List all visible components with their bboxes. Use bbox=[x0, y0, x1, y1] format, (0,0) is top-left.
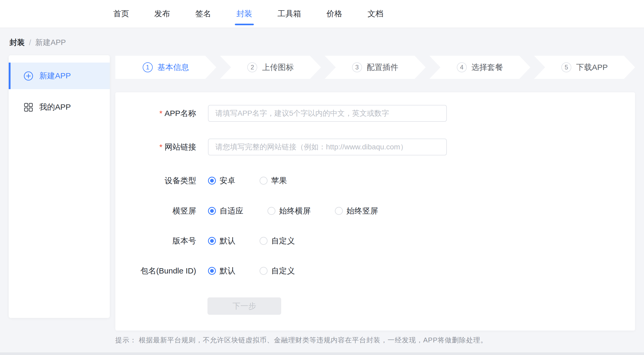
form-row-app-name: *APP名称 bbox=[115, 105, 635, 122]
required-mark: * bbox=[159, 109, 162, 118]
breadcrumb-separator: / bbox=[29, 38, 31, 47]
breadcrumb-root[interactable]: 封装 bbox=[9, 37, 25, 48]
radio-ios[interactable]: 苹果 bbox=[260, 175, 287, 186]
field-label: 横竖屏 bbox=[115, 206, 196, 216]
form-row-site-url: *网站链接 bbox=[115, 139, 635, 155]
step-number-badge: 2 bbox=[247, 62, 257, 72]
form-row-device-type: 设备类型 安卓 苹果 bbox=[115, 173, 635, 189]
form-row-version: 版本号 默认 自定义 bbox=[115, 233, 635, 249]
footer-strip bbox=[0, 352, 644, 355]
radio-label: 默认 bbox=[220, 236, 235, 246]
field-label: *APP名称 bbox=[115, 108, 196, 119]
site-url-input[interactable] bbox=[208, 139, 447, 155]
nav-item-price[interactable]: 价格 bbox=[326, 0, 342, 28]
radio-bundle-default[interactable]: 默认 bbox=[208, 266, 235, 276]
field-label: 版本号 bbox=[115, 236, 196, 246]
step-label: 基本信息 bbox=[157, 62, 189, 73]
step-download-app: 5 下载APP bbox=[534, 56, 635, 79]
field-label: 设备类型 bbox=[115, 175, 196, 186]
grid-icon bbox=[23, 102, 33, 112]
step-choose-plan: 4 选择套餐 bbox=[429, 56, 531, 79]
sidebar-item-label: 我的APP bbox=[39, 102, 71, 113]
radio-label: 自定义 bbox=[271, 266, 295, 276]
radio-selected-icon[interactable] bbox=[208, 237, 216, 245]
step-label: 配置插件 bbox=[367, 62, 398, 73]
radio-label: 自定义 bbox=[271, 236, 295, 246]
nav-item-publish[interactable]: 发布 bbox=[154, 0, 170, 28]
step-basic-info: 1 基本信息 bbox=[115, 56, 216, 79]
breadcrumb-current: 新建APP bbox=[35, 37, 66, 48]
radio-unselected-icon[interactable] bbox=[260, 267, 267, 275]
radio-label: 默认 bbox=[220, 266, 235, 276]
step-label: 上传图标 bbox=[262, 62, 294, 73]
radio-always-portrait[interactable]: 始终竖屏 bbox=[335, 206, 378, 216]
sidebar-item-label: 新建APP bbox=[39, 70, 71, 81]
field-label: *网站链接 bbox=[115, 142, 196, 153]
form-card: *APP名称 *网站链接 设备类型 安卓 苹果 横竖屏 bbox=[115, 92, 635, 331]
radio-always-landscape[interactable]: 始终横屏 bbox=[267, 206, 311, 216]
radio-version-default[interactable]: 默认 bbox=[208, 236, 235, 246]
nav-item-sign[interactable]: 签名 bbox=[195, 0, 211, 28]
radio-unselected-icon[interactable] bbox=[267, 207, 275, 215]
radio-android[interactable]: 安卓 bbox=[208, 175, 235, 186]
step-number-badge: 5 bbox=[561, 62, 571, 72]
radio-bundle-custom[interactable]: 自定义 bbox=[260, 266, 295, 276]
radio-auto-fit[interactable]: 自适应 bbox=[208, 206, 243, 216]
step-label: 下载APP bbox=[576, 62, 608, 73]
platform-rules-tip: 提示： 根据最新平台规则，不允许区块链虚拟币、金融理财类等违规内容在平台封装，一… bbox=[115, 336, 487, 345]
radio-selected-icon[interactable] bbox=[208, 207, 216, 215]
required-mark: * bbox=[159, 143, 162, 151]
form-row-orientation: 横竖屏 自适应 始终横屏 始终竖屏 bbox=[115, 203, 635, 219]
radio-selected-icon[interactable] bbox=[208, 177, 216, 185]
radio-unselected-icon[interactable] bbox=[260, 237, 267, 245]
sidebar-item-new-app[interactable]: 新建APP bbox=[9, 63, 110, 89]
radio-selected-icon[interactable] bbox=[208, 267, 216, 275]
radio-label: 苹果 bbox=[271, 175, 287, 186]
next-step-button[interactable]: 下一步 bbox=[207, 297, 281, 315]
step-configure-plugins: 3 配置插件 bbox=[325, 56, 426, 79]
sidebar: 新建APP 我的APP bbox=[9, 55, 110, 318]
breadcrumb: 封装 / 新建APP bbox=[9, 37, 66, 48]
form-row-bundle-id: 包名(Bundle ID) 默认 自定义 bbox=[115, 263, 635, 279]
radio-label: 安卓 bbox=[220, 175, 235, 186]
radio-unselected-icon[interactable] bbox=[335, 207, 343, 215]
step-wizard: 1 基本信息 2 上传图标 3 配置插件 4 选择套餐 5 下载APP bbox=[115, 56, 635, 79]
step-number-badge: 3 bbox=[352, 62, 362, 72]
radio-label: 始终竖屏 bbox=[346, 206, 378, 216]
radio-label: 始终横屏 bbox=[279, 206, 311, 216]
step-upload-icon: 2 上传图标 bbox=[220, 56, 321, 79]
step-number-badge: 4 bbox=[457, 62, 467, 72]
field-label: 包名(Bundle ID) bbox=[115, 266, 196, 276]
nav-item-home[interactable]: 首页 bbox=[113, 0, 129, 28]
radio-version-custom[interactable]: 自定义 bbox=[260, 236, 295, 246]
main-nav: 首页 发布 签名 封装 工具箱 价格 文档 bbox=[0, 0, 644, 28]
radio-label: 自适应 bbox=[220, 206, 243, 216]
nav-item-docs[interactable]: 文档 bbox=[368, 0, 383, 28]
step-label: 选择套餐 bbox=[472, 62, 503, 73]
app-name-input[interactable] bbox=[208, 105, 447, 122]
nav-item-toolbox[interactable]: 工具箱 bbox=[278, 0, 301, 28]
step-number-badge: 1 bbox=[143, 62, 153, 72]
sidebar-item-my-app[interactable]: 我的APP bbox=[9, 94, 110, 120]
radio-unselected-icon[interactable] bbox=[260, 177, 267, 185]
circle-plus-icon bbox=[23, 71, 33, 81]
nav-item-package[interactable]: 封装 bbox=[236, 0, 252, 28]
top-header: 首页 发布 签名 封装 工具箱 价格 文档 bbox=[0, 0, 644, 28]
